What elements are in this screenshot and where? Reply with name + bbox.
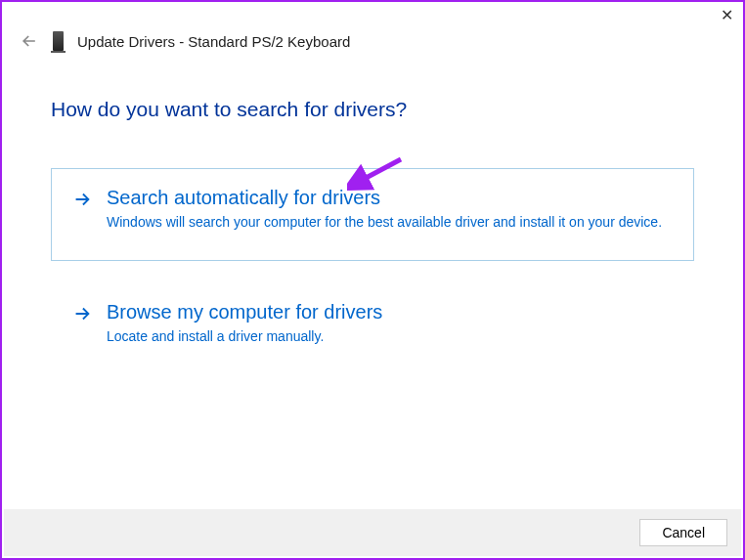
option-text: Search automatically for drivers Windows…: [107, 187, 674, 233]
option-description: Windows will search your computer for th…: [107, 213, 674, 233]
option-title: Search automatically for drivers: [107, 187, 674, 209]
option-title: Browse my computer for drivers: [107, 301, 674, 323]
arrow-right-icon: [71, 303, 93, 347]
content-area: How do you want to search for drivers? S…: [2, 51, 743, 374]
arrow-right-icon: [71, 189, 93, 233]
header: Update Drivers - Standard PS/2 Keyboard: [2, 2, 743, 51]
window-title: Update Drivers - Standard PS/2 Keyboard: [77, 33, 350, 50]
cancel-button[interactable]: Cancel: [639, 519, 727, 546]
option-text: Browse my computer for drivers Locate an…: [107, 301, 674, 347]
option-search-automatically[interactable]: Search automatically for drivers Windows…: [51, 168, 694, 261]
footer: Cancel: [4, 509, 741, 556]
back-arrow-icon[interactable]: [20, 31, 39, 51]
page-heading: How do you want to search for drivers?: [51, 98, 694, 121]
close-icon[interactable]: ✕: [721, 6, 733, 24]
option-description: Locate and install a driver manually.: [107, 327, 674, 347]
option-browse-computer[interactable]: Browse my computer for drivers Locate an…: [51, 282, 694, 375]
device-icon: [53, 31, 64, 51]
